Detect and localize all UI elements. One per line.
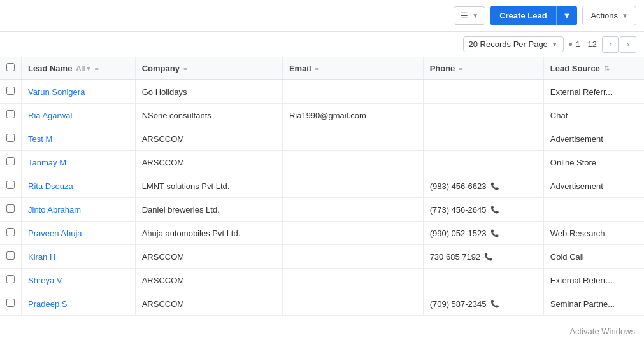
email-cell: [282, 245, 423, 269]
create-lead-label: Create Lead: [490, 6, 555, 25]
lead-name-link[interactable]: Praveen Ahuja: [28, 229, 82, 238]
lead-name-link[interactable]: Shreya V: [28, 276, 62, 285]
row-checkbox[interactable]: [6, 157, 15, 165]
email-cell: Ria1990@gmail.com: [282, 104, 423, 127]
prev-page-button[interactable]: ‹: [602, 36, 619, 53]
lead-name-col-label: Lead Name: [28, 64, 72, 73]
lead-name-link[interactable]: Ria Agarwal: [28, 111, 72, 120]
col-phone-header: Phone ≡: [423, 57, 543, 80]
row-checkbox[interactable]: [6, 275, 15, 283]
lead-name-cell: Jinto Abraham: [22, 198, 136, 222]
lead-source-cell: Seminar Partne...: [543, 292, 644, 316]
phone-icon: 📞: [490, 300, 499, 308]
lead-name-filter-label[interactable]: All ▾: [76, 64, 90, 73]
top-toolbar: ☰ ▼ Create Lead ▼ Actions ▼: [0, 0, 644, 32]
col-email-header: Email ≡: [282, 57, 423, 80]
phone-cell: (990) 052-1523📞: [423, 222, 543, 245]
lead-name-link[interactable]: Test M: [28, 134, 52, 144]
col-lead-source-header: Lead Source ⇅: [543, 57, 644, 80]
lead-name-cell: Varun Sonigera: [22, 80, 136, 104]
email-cell: [282, 127, 423, 151]
checkbox-header[interactable]: [0, 57, 22, 80]
phone-number: (709) 587-2345: [430, 299, 487, 309]
lead-name-cell: Shreya V: [22, 269, 136, 292]
phone-number: 730 685 7192: [430, 252, 481, 262]
lead-name-link[interactable]: Jinto Abraham: [28, 205, 81, 215]
per-page-label: 20 Records Per Page: [469, 39, 548, 49]
col-company-header: Company ≡: [135, 57, 282, 80]
next-page-button[interactable]: ›: [620, 36, 636, 53]
row-checkbox[interactable]: [6, 110, 15, 118]
lead-name-cell: Test M: [22, 127, 136, 151]
phone-cell: [423, 269, 543, 292]
lead-name-link[interactable]: Varun Sonigera: [28, 87, 85, 97]
create-lead-arrow[interactable]: ▼: [556, 6, 578, 25]
phone-col-label: Phone: [430, 64, 455, 73]
actions-chevron: ▼: [622, 12, 628, 19]
lead-source-cell: Advertisement: [543, 127, 644, 151]
phone-col-icon[interactable]: ≡: [459, 64, 462, 72]
company-col-icon[interactable]: ≡: [183, 64, 187, 72]
lead-source-col-icon[interactable]: ⇅: [604, 64, 610, 73]
sub-toolbar: 20 Records Per Page ▼ 1 - 12 ‹ ›: [0, 32, 644, 57]
lead-source-col-label: Lead Source: [550, 64, 600, 73]
email-col-icon[interactable]: ≡: [315, 64, 319, 72]
pagination-nav: ‹ ›: [602, 36, 636, 53]
lead-source-cell: External Referr...: [543, 269, 644, 292]
phone-cell: [423, 151, 543, 174]
row-checkbox[interactable]: [6, 87, 15, 95]
phone-cell: (709) 587-2345📞: [423, 292, 543, 316]
pagination-info: 1 - 12: [569, 39, 597, 49]
table-header-row: Lead Name All ▾ ≡ Company ≡ Email ≡: [0, 57, 644, 80]
phone-icon: 📞: [490, 229, 499, 237]
table-row: Test MARSCCOMAdvertisement: [0, 127, 644, 151]
lead-name-link[interactable]: Kiran H: [28, 252, 55, 262]
row-checkbox[interactable]: [6, 204, 15, 213]
email-cell: [282, 198, 423, 222]
phone-icon: 📞: [490, 206, 499, 214]
lead-name-cell: Pradeep S: [22, 292, 136, 316]
email-cell: [282, 174, 423, 198]
phone-cell: (773) 456-2645📞: [423, 198, 543, 222]
row-checkbox[interactable]: [6, 134, 15, 142]
table-row: Tanmay MARSCCOMOnline Store: [0, 151, 644, 174]
lead-source-cell: [543, 198, 644, 222]
email-cell: [282, 292, 423, 316]
table-row: Ria AgarwalNSone consultantsRia1990@gmai…: [0, 104, 644, 127]
phone-number: (773) 456-2645: [430, 205, 487, 215]
lead-source-cell: Chat: [543, 104, 644, 127]
row-checkbox[interactable]: [6, 228, 15, 236]
lead-source-cell: Cold Call: [543, 245, 644, 269]
select-all-checkbox[interactable]: [6, 63, 15, 71]
lead-name-col-icon[interactable]: ≡: [95, 64, 99, 72]
row-checkbox[interactable]: [6, 251, 15, 260]
row-checkbox[interactable]: [6, 181, 15, 189]
phone-icon: 📞: [490, 182, 499, 190]
phone-cell: [423, 104, 543, 127]
table-row: Shreya VARSCCOMExternal Referr...: [0, 269, 644, 292]
lead-name-link[interactable]: Rita Dsouza: [28, 181, 73, 191]
table-container: Lead Name All ▾ ≡ Company ≡ Email ≡: [0, 57, 644, 345]
table-row: Praveen AhujaAhuja automobiles Pvt Ltd.(…: [0, 222, 644, 245]
row-checkbox[interactable]: [6, 299, 15, 307]
lead-name-link[interactable]: Tanmay M: [28, 158, 66, 167]
leads-table: Lead Name All ▾ ≡ Company ≡ Email ≡: [0, 57, 644, 316]
table-row: Varun SonigeraGo HolidaysExternal Referr…: [0, 80, 644, 104]
company-cell: LMNT solutions Pvt Ltd.: [135, 174, 282, 198]
lead-source-cell: External Referr...: [543, 80, 644, 104]
company-cell: ARSCCOM: [135, 127, 282, 151]
company-cell: ARSCCOM: [135, 292, 282, 316]
lead-name-link[interactable]: Pradeep S: [28, 299, 67, 309]
pagination-range: 1 - 12: [576, 39, 597, 49]
create-lead-button[interactable]: Create Lead ▼: [490, 6, 577, 25]
list-view-button[interactable]: ☰ ▼: [454, 6, 485, 25]
actions-button[interactable]: Actions ▼: [582, 6, 636, 25]
email-cell: [282, 80, 423, 104]
phone-cell: [423, 127, 543, 151]
per-page-chevron: ▼: [552, 41, 558, 48]
activate-windows: Activate Windows: [569, 327, 635, 336]
table-row: Pradeep SARSCCOM(709) 587-2345📞Seminar P…: [0, 292, 644, 316]
lead-source-cell: Online Store: [543, 151, 644, 174]
lead-name-cell: Kiran H: [22, 245, 136, 269]
per-page-selector[interactable]: 20 Records Per Page ▼: [463, 36, 564, 52]
